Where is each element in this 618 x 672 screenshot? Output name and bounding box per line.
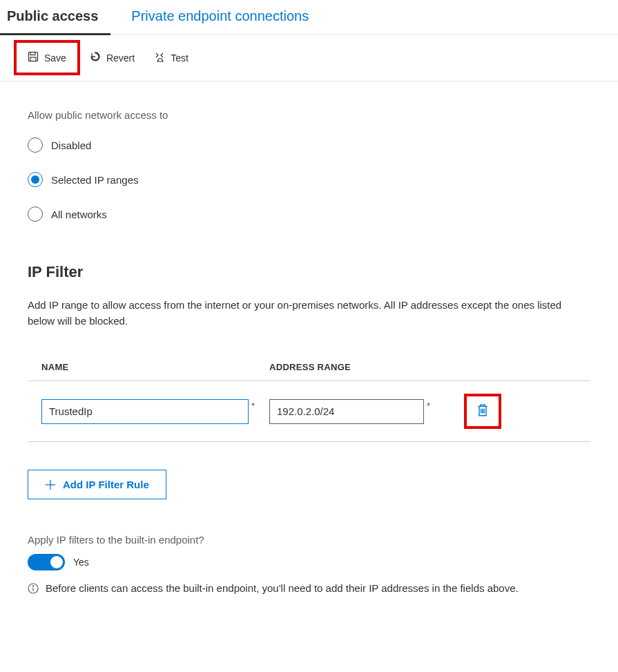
radio-inner-dot xyxy=(31,175,39,184)
revert-button[interactable]: Revert xyxy=(80,46,144,70)
apply-filters-toggle[interactable] xyxy=(28,554,65,570)
delete-button[interactable] xyxy=(476,403,489,419)
revert-icon xyxy=(90,51,101,64)
content-area: Allow public network access to Disabled … xyxy=(0,81,618,613)
name-input[interactable] xyxy=(41,399,249,424)
name-cell: * xyxy=(41,399,269,424)
table-header: NAME ADDRESS RANGE xyxy=(28,362,590,381)
table-row: * * xyxy=(28,390,590,442)
radio-label: Disabled xyxy=(51,140,91,151)
header-name: NAME xyxy=(41,362,269,372)
test-icon xyxy=(154,51,165,64)
tab-bar: Public access Private endpoint connectio… xyxy=(0,0,618,35)
address-cell: * xyxy=(269,399,463,424)
radio-label: Selected IP ranges xyxy=(51,174,138,186)
toggle-label: Yes xyxy=(73,557,89,568)
save-button[interactable]: Save xyxy=(18,46,76,70)
add-rule-label: Add IP Filter Rule xyxy=(63,479,149,490)
header-address: ADDRESS RANGE xyxy=(269,362,463,372)
radio-label: All networks xyxy=(51,209,107,220)
test-button[interactable]: Test xyxy=(144,46,198,70)
apply-filters-label: Apply IP filters to the built-in endpoin… xyxy=(28,534,590,546)
address-input[interactable] xyxy=(269,399,424,424)
info-row: Before clients can access the built-in e… xyxy=(28,580,590,599)
trash-icon xyxy=(476,403,489,417)
ip-filter-title: IP Filter xyxy=(28,263,590,281)
radio-selected-ip[interactable]: Selected IP ranges xyxy=(28,172,590,187)
ip-filter-description: Add IP range to allow access from the in… xyxy=(28,298,590,329)
radio-disabled[interactable]: Disabled xyxy=(28,137,590,153)
radio-all-networks[interactable]: All networks xyxy=(28,207,590,222)
plus-icon xyxy=(45,479,56,490)
save-icon xyxy=(28,51,39,64)
info-text: Before clients can access the built-in e… xyxy=(46,580,519,597)
svg-point-10 xyxy=(32,586,33,586)
svg-rect-1 xyxy=(30,52,35,55)
test-label: Test xyxy=(171,52,189,64)
toolbar: Save Revert Test xyxy=(0,35,618,81)
delete-highlight xyxy=(464,394,501,429)
toggle-row: Yes xyxy=(28,554,590,570)
required-indicator: * xyxy=(424,401,430,411)
radio-circle-selected-icon xyxy=(28,172,43,187)
save-label: Save xyxy=(44,52,66,64)
radio-circle-icon xyxy=(28,207,43,222)
required-indicator: * xyxy=(249,401,255,411)
info-icon xyxy=(28,582,39,599)
delete-cell xyxy=(463,394,501,429)
tab-public-access[interactable]: Public access xyxy=(0,0,110,34)
svg-rect-2 xyxy=(30,57,36,61)
ip-filter-table: NAME ADDRESS RANGE * * xyxy=(28,362,590,442)
add-ip-filter-rule-button[interactable]: Add IP Filter Rule xyxy=(28,470,166,499)
tab-private-endpoint[interactable]: Private endpoint connections xyxy=(110,0,321,34)
access-radio-group: Disabled Selected IP ranges All networks xyxy=(28,137,590,222)
revert-label: Revert xyxy=(106,52,135,64)
radio-circle-icon xyxy=(28,137,43,153)
apply-filters-section: Apply IP filters to the built-in endpoin… xyxy=(28,534,590,599)
save-highlight: Save xyxy=(14,40,80,75)
access-section-label: Allow public network access to xyxy=(28,109,590,121)
toggle-thumb xyxy=(50,556,63,568)
